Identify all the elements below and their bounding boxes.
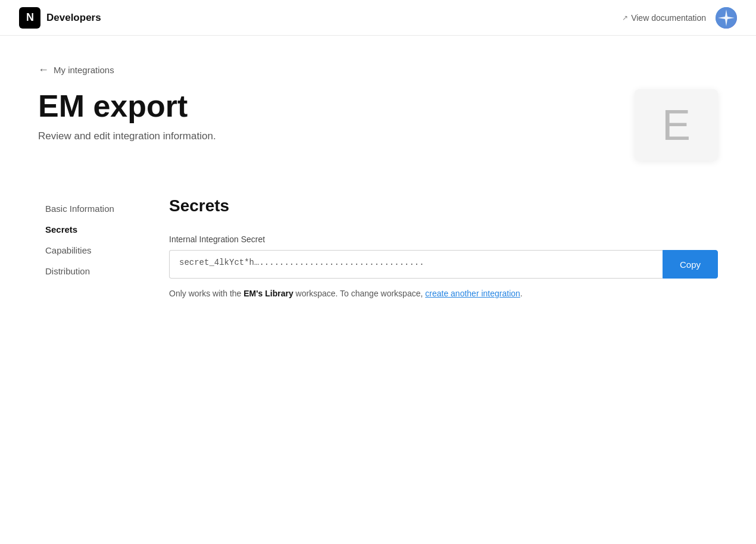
sidebar-nav: Basic Information Secrets Capabilities D… xyxy=(38,196,169,300)
svg-point-9 xyxy=(724,16,728,20)
back-arrow-icon: ← xyxy=(38,64,49,75)
integration-info: EM export Review and edit integration in… xyxy=(38,89,216,142)
field-note: Only works with the EM's Library workspa… xyxy=(169,287,718,300)
secret-row: secret_4lkYct*h…........................… xyxy=(169,250,718,279)
breadcrumb-label: My integrations xyxy=(54,65,114,75)
header-left: N Developers xyxy=(19,7,101,29)
nav-item-capabilities[interactable]: Capabilities xyxy=(38,240,169,260)
nav-item-distribution[interactable]: Distribution xyxy=(38,261,169,281)
section-title: Secrets xyxy=(169,196,718,215)
secret-input: secret_4lkYct*h…........................… xyxy=(169,250,663,279)
integration-icon: E xyxy=(635,89,718,161)
field-label: Internal Integration Secret xyxy=(169,235,718,244)
content-area: Basic Information Secrets Capabilities D… xyxy=(38,196,718,300)
breadcrumb[interactable]: ← My integrations xyxy=(38,64,718,75)
nav-item-secrets[interactable]: Secrets xyxy=(38,220,169,239)
create-integration-link[interactable]: create another integration xyxy=(425,289,520,298)
integration-header: EM export Review and edit integration in… xyxy=(38,89,718,161)
app-title: Developers xyxy=(46,12,101,24)
external-link-icon: ↗ xyxy=(622,14,628,22)
user-avatar[interactable] xyxy=(716,7,737,29)
view-docs-link[interactable]: ↗ View documentation xyxy=(622,13,706,23)
header-right: ↗ View documentation xyxy=(622,7,737,29)
copy-button[interactable]: Copy xyxy=(663,250,718,279)
integration-title: EM export xyxy=(38,89,216,123)
header: N Developers ↗ View documentation xyxy=(0,0,756,36)
notion-logo: N xyxy=(19,7,40,29)
secrets-section: Secrets Internal Integration Secret secr… xyxy=(169,196,718,300)
main-content: ← My integrations EM export Review and e… xyxy=(0,64,756,300)
integration-subtitle: Review and edit integration information. xyxy=(38,130,216,142)
nav-item-basic-information[interactable]: Basic Information xyxy=(38,199,169,218)
